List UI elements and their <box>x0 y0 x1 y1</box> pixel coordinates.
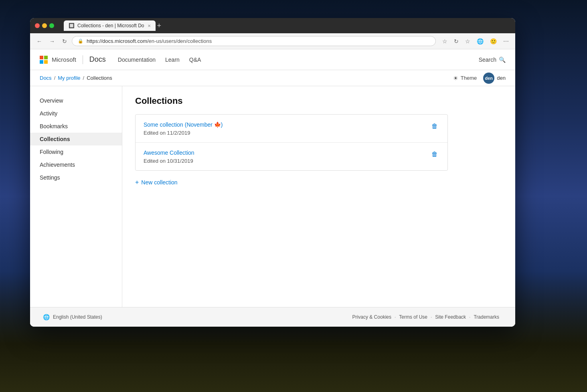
breadcrumb-myprofile[interactable]: My profile <box>58 75 80 81</box>
sidebar-item-achievements[interactable]: Achievements <box>30 158 122 171</box>
nav-icons: ☆ ↻ ☆ 🌐 🙂 ⋯ <box>440 36 511 46</box>
favorites-button[interactable]: ☆ <box>440 36 450 46</box>
sun-icon: ☀ <box>453 75 458 81</box>
theme-label: Theme <box>461 75 477 81</box>
microsoft-label: Microsoft <box>52 56 76 63</box>
tab-close-button[interactable]: ✕ <box>148 24 151 28</box>
collection-date-1: Edited on 11/2/2019 <box>144 130 223 136</box>
new-collection-button[interactable]: + New collection <box>135 177 178 188</box>
breadcrumb-actions: ☀ Theme den den <box>453 73 506 84</box>
breadcrumb-docs[interactable]: Docs <box>40 75 52 81</box>
forward-button[interactable]: → <box>47 36 57 46</box>
footer-right: Privacy & Cookies · Terms of Use · Site … <box>349 314 502 320</box>
minimize-button[interactable] <box>42 23 47 28</box>
new-tab-button[interactable]: + <box>157 22 162 29</box>
footer-terms[interactable]: Terms of Use <box>396 314 431 320</box>
search-button[interactable]: Search 🔍 <box>479 57 506 63</box>
ms-square-yellow <box>44 60 48 64</box>
breadcrumb-sep-1: / <box>54 75 56 81</box>
content-area: Collections Some collection (November 🍁)… <box>122 86 515 307</box>
breadcrumb-collections: Collections <box>87 75 112 81</box>
theme-button[interactable]: ☀ Theme <box>453 75 477 81</box>
collection-info-1: Some collection (November 🍁) Edited on 1… <box>144 121 223 136</box>
close-button[interactable] <box>35 23 40 28</box>
docs-label: Docs <box>89 55 106 64</box>
address-bar[interactable]: 🔒 https://docs.microsoft.com/en-us/users… <box>72 36 436 46</box>
page-content: Microsoft Docs Documentation Learn Q&A S… <box>30 49 515 327</box>
delete-collection-1[interactable]: 🗑 <box>430 121 439 131</box>
url-base: https://docs.microsoft.com <box>87 38 147 44</box>
main-layout: Overview Activity Bookmarks Collections … <box>30 86 515 307</box>
ms-square-blue <box>40 60 43 64</box>
sidebar-item-bookmarks[interactable]: Bookmarks <box>30 120 122 133</box>
avatar: den <box>483 73 494 84</box>
username: den <box>497 75 506 81</box>
collection-name-2[interactable]: Awesome Collection <box>144 150 194 156</box>
sidebar-item-collections[interactable]: Collections <box>30 133 122 145</box>
refresh-button[interactable]: ↻ <box>60 36 69 46</box>
footer-privacy[interactable]: Privacy & Cookies <box>349 314 395 320</box>
profile-button[interactable]: 🌐 <box>474 36 486 46</box>
nav-qa[interactable]: Q&A <box>185 55 205 65</box>
footer-left: 🌐 English (United States) <box>43 314 102 320</box>
favorites-bar-button[interactable]: ☆ <box>463 36 473 46</box>
footer-locale: English (United States) <box>53 314 102 320</box>
title-bar: 🔲 Collections - den | Microsoft Do ✕ + <box>30 18 515 33</box>
sidebar: Overview Activity Bookmarks Collections … <box>30 86 122 307</box>
ms-squares <box>40 56 48 64</box>
breadcrumb-sep-2: / <box>83 75 85 81</box>
tab-favicon: 🔲 <box>69 23 74 28</box>
url-path: /en-us/users/den/collections <box>147 38 212 44</box>
page-title: Collections <box>135 96 502 106</box>
user-area: den den <box>483 73 506 84</box>
sidebar-item-settings[interactable]: Settings <box>30 171 122 184</box>
globe-icon: 🌐 <box>43 314 50 320</box>
breadcrumb: Docs / My profile / Collections <box>40 75 112 81</box>
collection-info-2: Awesome Collection Edited on 10/31/2019 <box>144 149 194 164</box>
footer: 🌐 English (United States) Privacy & Cook… <box>30 307 515 327</box>
traffic-lights <box>35 23 54 28</box>
microsoft-logo[interactable]: Microsoft <box>40 56 76 64</box>
settings-button[interactable]: ⋯ <box>501 36 511 46</box>
tab-area: 🔲 Collections - den | Microsoft Do ✕ + <box>64 20 510 31</box>
reload-button[interactable]: ↻ <box>451 36 461 46</box>
sidebar-item-overview[interactable]: Overview <box>30 94 122 107</box>
search-icon: 🔍 <box>499 57 506 63</box>
active-tab[interactable]: 🔲 Collections - den | Microsoft Do ✕ <box>64 20 156 31</box>
footer-trademarks[interactable]: Trademarks <box>470 314 502 320</box>
header-nav: Documentation Learn Q&A <box>114 55 205 65</box>
ms-square-red <box>40 56 43 59</box>
collections-list: Some collection (November 🍁) Edited on 1… <box>135 114 448 171</box>
ms-square-green <box>44 56 48 59</box>
address-text: https://docs.microsoft.com/en-us/users/d… <box>87 38 430 44</box>
logo-divider <box>83 55 83 64</box>
nav-bar: ← → ↻ 🔒 https://docs.microsoft.com/en-us… <box>30 33 515 49</box>
lock-icon: 🔒 <box>78 38 83 44</box>
maximize-button[interactable] <box>49 23 54 28</box>
site-header: Microsoft Docs Documentation Learn Q&A S… <box>30 49 515 70</box>
footer-feedback[interactable]: Site Feedback <box>432 314 469 320</box>
browser-window: 🔲 Collections - den | Microsoft Do ✕ + ←… <box>30 18 515 327</box>
emoji-button[interactable]: 🙂 <box>488 36 499 46</box>
nav-documentation[interactable]: Documentation <box>114 55 160 65</box>
breadcrumb-bar: Docs / My profile / Collections ☀ Theme … <box>30 70 515 86</box>
delete-collection-2[interactable]: 🗑 <box>430 149 439 160</box>
tab-title: Collections - den | Microsoft Do <box>77 23 144 28</box>
sidebar-item-following[interactable]: Following <box>30 145 122 158</box>
plus-icon: + <box>135 179 139 186</box>
new-collection-label: New collection <box>141 179 177 186</box>
collection-item-2: Awesome Collection Edited on 10/31/2019 … <box>136 143 447 170</box>
sidebar-item-activity[interactable]: Activity <box>30 107 122 120</box>
nav-learn[interactable]: Learn <box>161 55 184 65</box>
collection-item-1: Some collection (November 🍁) Edited on 1… <box>136 115 447 143</box>
search-label: Search <box>479 57 496 63</box>
back-button[interactable]: ← <box>34 36 45 46</box>
collection-date-2: Edited on 10/31/2019 <box>144 158 194 164</box>
collection-name-1[interactable]: Some collection (November 🍁) <box>144 121 223 128</box>
